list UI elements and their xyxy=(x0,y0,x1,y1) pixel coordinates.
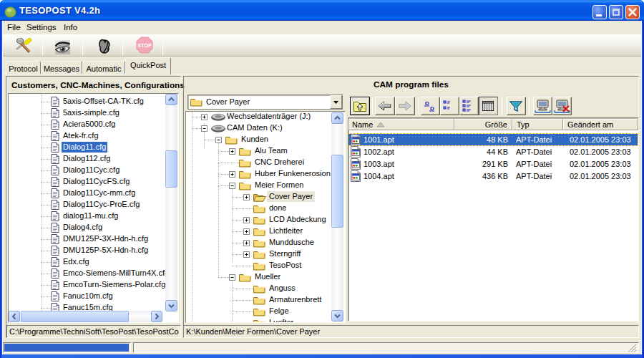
svg-text:STOP: STOP xyxy=(137,42,152,49)
